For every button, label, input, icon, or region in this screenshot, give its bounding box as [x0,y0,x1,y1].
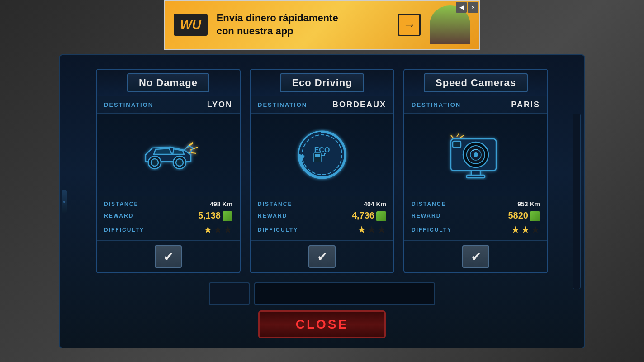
star-filled-2-2: ★ [521,224,530,236]
distance-row-1: DISTANCE 404 Km [258,200,386,208]
card-check-0: ✔ [97,240,240,272]
check-badge-1: ✔ [308,245,336,268]
svg-point-3 [176,159,183,166]
difficulty-row-2: DIFFICULTY ★ ★ ★ [412,224,540,236]
ad-close-button[interactable]: × [468,2,478,13]
coin-icon-2 [530,211,540,221]
ad-arrow[interactable]: → [398,14,421,36]
car-damage-icon [137,134,200,175]
small-box-left [209,282,250,305]
reward-label-1: REWARD [258,213,287,219]
star-empty-0-3: ★ [223,224,232,236]
svg-line-5 [190,147,198,150]
distance-row-2: DISTANCE 953 Km [412,200,540,208]
mission-cards-row: No Damage DESTINATION LYON [96,69,548,273]
reward-label-0: REWARD [104,213,133,219]
eco-driving-icon: ECO [295,128,349,182]
ad-banner: WU Envía dinero rápidamente con nuestra … [164,0,480,50]
svg-line-21 [457,133,459,137]
star-filled-0-1: ★ [204,224,213,236]
scrollbar[interactable] [573,114,581,289]
svg-line-23 [451,135,453,138]
svg-rect-12 [315,154,320,157]
card-icon-no-damage [97,114,240,196]
dest-value-0: LYON [207,100,232,110]
check-badge-2: ✔ [462,245,489,268]
mission-card-eco-driving[interactable]: Eco Driving DESTINATION BORDEAUX [250,69,394,273]
difficulty-label-1: DIFFICULTY [258,227,298,233]
mission-card-no-damage[interactable]: No Damage DESTINATION LYON [96,69,241,273]
dest-label-1: DESTINATION [258,101,307,108]
card-stats-eco-driving: DISTANCE 404 Km REWARD 4,736 DIFFICULTY … [251,196,393,240]
svg-point-19 [474,152,478,157]
speed-camera-icon [446,130,505,180]
star-empty-2-3: ★ [531,224,540,236]
stars-0: ★ ★ ★ [204,224,232,236]
reward-row-2: REWARD 5820 [412,210,540,221]
distance-row-0: DISTANCE 498 Km [104,200,232,208]
reward-row-1: REWARD 4,736 [258,210,386,221]
card-check-2: ✔ [404,240,547,272]
progress-bar [254,282,435,305]
svg-rect-20 [453,141,461,148]
ad-wu-logo: WU [174,14,208,36]
dest-label-2: DESTINATION [412,101,461,108]
game-dialog: No Damage DESTINATION LYON [59,54,585,348]
star-empty-1-3: ★ [377,224,386,236]
card-destination-eco-driving: DESTINATION BORDEAUX [251,96,393,114]
card-header-eco-driving: Eco Driving [251,70,393,96]
star-filled-2-1: ★ [511,224,520,236]
dest-value-1: BORDEAUX [332,100,386,110]
card-title-eco-driving: Eco Driving [280,73,364,92]
ad-controls: ◀ [456,2,467,13]
dest-label-0: DESTINATION [104,101,153,108]
check-badge-0: ✔ [155,245,182,268]
card-stats-speed-cameras: DISTANCE 953 Km REWARD 5820 DIFFICULTY ★… [404,196,547,240]
dest-value-2: PARIS [511,100,540,110]
card-title-speed-cameras: Speed Cameras [424,73,528,92]
card-title-no-damage: No Damage [127,73,209,92]
card-icon-speed-cameras [404,114,547,196]
star-empty-1-2: ★ [367,224,376,236]
difficulty-row-0: DIFFICULTY ★ ★ ★ [104,224,232,236]
ad-text: Envía dinero rápidamente con nuestra app [217,12,389,38]
distance-label-1: DISTANCE [258,201,292,207]
coin-icon-0 [223,211,232,221]
stars-2: ★ ★ ★ [511,224,540,236]
difficulty-label-2: DIFFICULTY [412,227,452,233]
star-empty-0-2: ★ [213,224,223,236]
reward-label-2: REWARD [412,213,441,219]
svg-rect-25 [467,175,485,178]
reward-value-1: 4,736 [352,210,386,221]
distance-value-0: 498 Km [210,200,232,208]
card-stats-no-damage: DISTANCE 498 Km REWARD 5,138 DIFFICULTY … [97,196,240,240]
mission-card-speed-cameras[interactable]: Speed Cameras DESTINATION PARIS [403,69,548,273]
close-button[interactable]: CLOSE [258,310,386,338]
card-header-speed-cameras: Speed Cameras [404,70,547,96]
card-icon-eco-driving: ECO [251,114,393,196]
reward-value-0: 5,138 [198,210,232,221]
card-destination-no-damage: DESTINATION LYON [97,96,240,114]
distance-value-2: 953 Km [517,200,540,208]
distance-label-0: DISTANCE [104,201,138,207]
reward-row-0: REWARD 5,138 [104,210,232,221]
progress-bar-area [209,282,435,305]
coin-icon-1 [376,211,386,221]
left-edge-decoration: ● [62,190,67,213]
bottom-area: CLOSE [69,282,575,338]
svg-line-22 [460,135,464,138]
difficulty-row-1: DIFFICULTY ★ ★ ★ [258,224,386,236]
distance-value-1: 404 Km [364,200,386,208]
card-destination-speed-cameras: DESTINATION PARIS [404,96,547,114]
card-check-1: ✔ [251,240,393,272]
star-filled-1-1: ★ [357,224,366,236]
stars-1: ★ ★ ★ [357,224,386,236]
difficulty-label-0: DIFFICULTY [104,227,144,233]
card-header-no-damage: No Damage [97,70,240,96]
svg-point-1 [151,159,158,166]
reward-value-2: 5820 [508,210,540,221]
ad-prev-button[interactable]: ◀ [456,2,467,13]
distance-label-2: DISTANCE [412,201,446,207]
